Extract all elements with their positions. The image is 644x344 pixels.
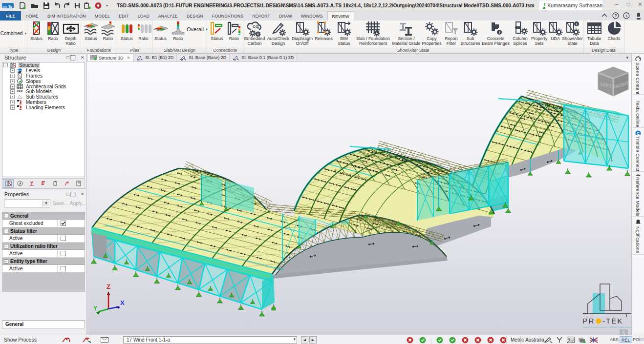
svg-text:S: S [622, 331, 625, 335]
svg-text:i: i [576, 22, 577, 26]
svg-text:?: ? [614, 13, 617, 18]
svg-text:Z: Z [107, 283, 110, 290]
svg-text:X: X [120, 299, 125, 306]
svg-text:Y: Y [93, 305, 97, 312]
svg-text:Local Professionals | Global E: Local Professionals | Global Experience [583, 326, 631, 328]
svg-text:C: C [637, 131, 640, 135]
svg-text:PR: PR [582, 317, 595, 325]
svg-text:i: i [498, 30, 499, 35]
svg-text:Ts: Ts [8, 5, 12, 8]
svg-text:i: i [626, 13, 627, 18]
svg-text:-TEK: -TEK [602, 317, 623, 325]
svg-text:2: 2 [258, 26, 259, 29]
